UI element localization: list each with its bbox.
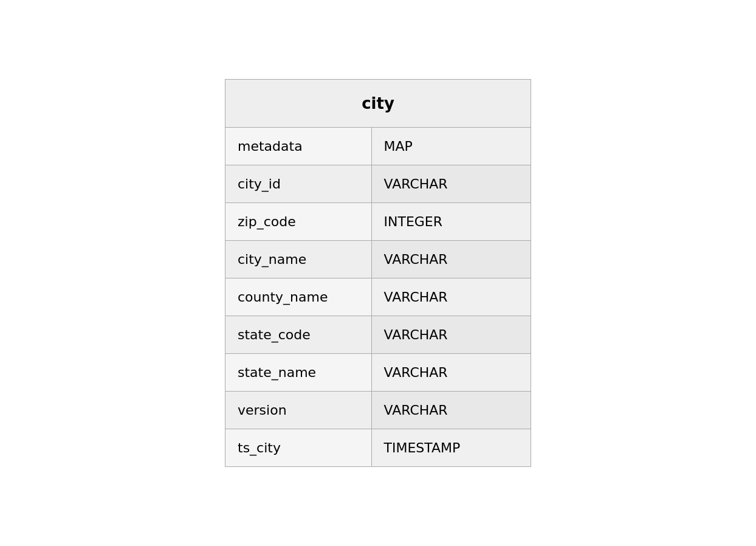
- table-row: county_nameVARCHAR: [225, 278, 531, 316]
- field-type: VARCHAR: [371, 354, 531, 392]
- field-name: zip_code: [225, 203, 371, 241]
- field-name: version: [225, 392, 371, 429]
- table-row: city_idVARCHAR: [225, 165, 531, 203]
- field-type: TIMESTAMP: [371, 429, 531, 467]
- table-row: city_nameVARCHAR: [225, 241, 531, 278]
- field-type: MAP: [371, 128, 531, 165]
- table-row: metadataMAP: [225, 128, 531, 165]
- field-name: city_id: [225, 165, 371, 203]
- field-name: state_code: [225, 316, 371, 354]
- table-row: state_nameVARCHAR: [225, 354, 531, 392]
- table-row: state_codeVARCHAR: [225, 316, 531, 354]
- field-name: ts_city: [225, 429, 371, 467]
- field-name: state_name: [225, 354, 371, 392]
- field-name: metadata: [225, 128, 371, 165]
- table-title: city: [225, 80, 531, 128]
- schema-table: city metadataMAPcity_idVARCHARzip_codeIN…: [225, 79, 531, 467]
- table-row: versionVARCHAR: [225, 392, 531, 429]
- field-name: county_name: [225, 278, 371, 316]
- field-type: VARCHAR: [371, 241, 531, 278]
- field-type: VARCHAR: [371, 278, 531, 316]
- table-row: ts_cityTIMESTAMP: [225, 429, 531, 467]
- table-row: zip_codeINTEGER: [225, 203, 531, 241]
- field-name: city_name: [225, 241, 371, 278]
- field-type: VARCHAR: [371, 392, 531, 429]
- field-type: VARCHAR: [371, 165, 531, 203]
- field-type: INTEGER: [371, 203, 531, 241]
- field-type: VARCHAR: [371, 316, 531, 354]
